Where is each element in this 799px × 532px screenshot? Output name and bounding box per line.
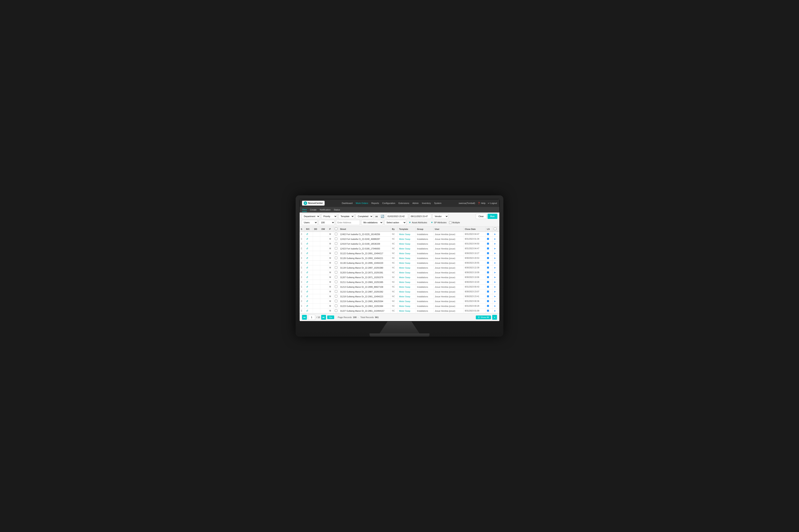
arrow-right-icon[interactable]: ➤ bbox=[494, 238, 496, 241]
cell-arrow[interactable]: ➤ bbox=[493, 285, 500, 289]
cell-arrow[interactable]: ➤ bbox=[493, 299, 500, 304]
nav-work-orders[interactable]: Work Orders bbox=[356, 202, 368, 204]
arrow-right-icon[interactable]: ➤ bbox=[494, 256, 496, 260]
row-checkbox[interactable] bbox=[335, 300, 338, 302]
arrow-right-icon[interactable]: ➤ bbox=[494, 300, 496, 303]
cell-arrow[interactable]: ➤ bbox=[493, 265, 500, 270]
priority-select[interactable]: Priority bbox=[321, 214, 337, 219]
cell-template[interactable]: Meter Swap bbox=[398, 261, 416, 265]
first-page-btn[interactable]: ⏮ bbox=[302, 315, 307, 320]
cell-template[interactable]: Meter Swap bbox=[398, 275, 416, 280]
cell-template[interactable]: Meter Swap bbox=[398, 265, 416, 270]
asset-attributes-btn[interactable]: ▼ Asset Attributes bbox=[407, 221, 428, 224]
arrow-right-icon[interactable]: ➤ bbox=[494, 290, 496, 293]
vendor-select[interactable]: Vendor bbox=[433, 214, 449, 219]
nav-logout[interactable]: ↩ Logout bbox=[488, 202, 497, 205]
nav-configuration[interactable]: Configuration bbox=[382, 202, 395, 204]
arrow-right-icon[interactable]: ➤ bbox=[494, 261, 496, 264]
cell-rc[interactable]: ↺ bbox=[305, 256, 313, 261]
row-checkbox[interactable] bbox=[335, 266, 338, 269]
cell-arrow[interactable]: ➤ bbox=[493, 275, 500, 280]
cell-arrow[interactable]: ➤ bbox=[493, 280, 500, 285]
cell-template[interactable]: Meter Swap bbox=[398, 294, 416, 299]
arrow-right-icon[interactable]: ➤ bbox=[494, 305, 496, 307]
cell-template[interactable]: Meter Swap bbox=[398, 280, 416, 285]
cell-check[interactable] bbox=[333, 232, 339, 237]
cell-check[interactable] bbox=[333, 265, 339, 270]
cell-arrow[interactable]: ➤ bbox=[493, 232, 500, 237]
cell-check[interactable] bbox=[333, 237, 339, 242]
cell-check[interactable] bbox=[333, 285, 339, 289]
cell-check[interactable] bbox=[333, 261, 339, 265]
cell-template[interactable]: Meter Swap bbox=[398, 299, 416, 304]
address-input[interactable] bbox=[336, 220, 360, 225]
row-checkbox[interactable] bbox=[335, 295, 338, 298]
show-all-button[interactable]: ☰ Show All bbox=[476, 316, 491, 319]
cell-check[interactable] bbox=[333, 280, 339, 285]
cell-rc[interactable]: ↺ bbox=[305, 275, 313, 280]
col-select-checkbox[interactable] bbox=[494, 227, 496, 230]
cell-check[interactable] bbox=[333, 275, 339, 280]
row-checkbox[interactable] bbox=[335, 290, 338, 293]
cell-arrow[interactable]: ➤ bbox=[493, 251, 500, 256]
cell-arrow[interactable]: ➤ bbox=[493, 304, 500, 308]
cell-template[interactable]: Meter Swap bbox=[398, 304, 416, 308]
nav-dashboard[interactable]: Dashboard bbox=[342, 202, 352, 204]
arrow-right-icon[interactable]: ➤ bbox=[494, 271, 496, 274]
cell-arrow[interactable]: ➤ bbox=[493, 246, 500, 251]
cell-rc[interactable]: ↺ bbox=[305, 261, 313, 265]
template-select[interactable]: Template bbox=[338, 214, 355, 219]
arrow-right-icon[interactable]: ➤ bbox=[494, 233, 496, 236]
cell-template[interactable]: Meter Swap bbox=[398, 232, 416, 237]
users-select[interactable]: Users bbox=[302, 220, 317, 225]
nav-reports[interactable]: Reports bbox=[371, 202, 379, 204]
cell-arrow[interactable]: ➤ bbox=[493, 256, 500, 261]
select-action-select[interactable]: Select action bbox=[384, 220, 406, 225]
prev-btn[interactable]: ⏮ bbox=[374, 214, 379, 218]
nav-system[interactable]: System bbox=[434, 202, 441, 204]
cell-template[interactable]: Meter Swap bbox=[398, 242, 416, 246]
arrow-right-icon[interactable]: ➤ bbox=[494, 276, 496, 279]
cell-rc[interactable]: ↺ bbox=[305, 285, 313, 289]
department-select[interactable]: Department bbox=[302, 214, 320, 219]
cell-arrow[interactable]: ➤ bbox=[493, 242, 500, 246]
nav-admin[interactable]: Admin bbox=[413, 202, 419, 204]
row-checkbox[interactable] bbox=[335, 233, 338, 235]
nav-help[interactable]: ❓ Help bbox=[478, 202, 486, 205]
sub-nav-status[interactable]: Status bbox=[334, 208, 340, 212]
sub-nav-create[interactable]: Create bbox=[310, 208, 316, 212]
cell-rc[interactable]: ↺ bbox=[305, 265, 313, 270]
cell-template[interactable]: Meter Swap bbox=[398, 285, 416, 289]
cell-check[interactable] bbox=[333, 308, 339, 313]
row-checkbox[interactable] bbox=[335, 256, 338, 259]
cell-arrow[interactable]: ➤ bbox=[493, 237, 500, 242]
arrow-right-icon[interactable]: ➤ bbox=[494, 295, 496, 298]
row-checkbox[interactable] bbox=[335, 238, 338, 240]
arrow-right-icon[interactable]: ➤ bbox=[494, 242, 496, 245]
arrow-right-icon[interactable]: ➤ bbox=[494, 247, 496, 250]
run-button[interactable]: Run bbox=[488, 214, 497, 219]
cell-rc[interactable]: ↺ bbox=[305, 232, 313, 237]
page-input[interactable] bbox=[308, 315, 315, 320]
cell-template[interactable]: Meter Swap bbox=[398, 256, 416, 261]
wo-validations-select[interactable]: Wo validations bbox=[361, 220, 383, 225]
cell-check[interactable] bbox=[333, 304, 339, 308]
multiple-checkbox[interactable] bbox=[449, 221, 452, 224]
arrow-right-icon[interactable]: ➤ bbox=[494, 285, 496, 288]
count-select[interactable]: 100 bbox=[319, 220, 335, 225]
cell-rc[interactable]: ↺ bbox=[305, 294, 313, 299]
sp-attributes-btn[interactable]: ▼ SP Attributes bbox=[430, 221, 448, 224]
cell-template[interactable]: Meter Swap bbox=[398, 246, 416, 251]
row-checkbox[interactable] bbox=[335, 252, 338, 254]
cell-check[interactable] bbox=[333, 299, 339, 304]
cell-rc[interactable]: ↺ bbox=[305, 270, 313, 275]
arrow-right-icon[interactable]: ➤ bbox=[494, 266, 496, 269]
cell-arrow[interactable]: ➤ bbox=[493, 308, 500, 313]
select-all-checkbox[interactable] bbox=[335, 227, 338, 230]
arrow-right-icon[interactable]: ➤ bbox=[494, 309, 496, 312]
arrow-right-icon[interactable]: ➤ bbox=[494, 281, 496, 284]
cell-arrow[interactable]: ➤ bbox=[493, 294, 500, 299]
row-checkbox[interactable] bbox=[335, 309, 338, 312]
completed-select[interactable]: Completed bbox=[356, 214, 373, 219]
refresh-btn[interactable]: 🔄 bbox=[380, 214, 385, 218]
